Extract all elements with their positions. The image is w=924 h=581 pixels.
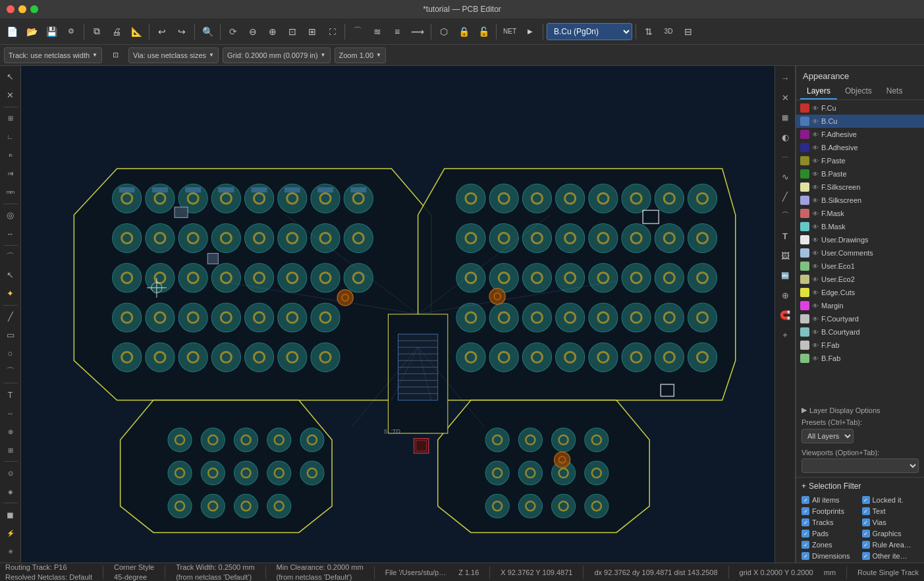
sf-checkbox[interactable]: ✓ <box>862 541 870 549</box>
pcm-btn[interactable]: ◈ <box>1 483 20 500</box>
presets-select[interactable]: All Layers <box>802 429 854 443</box>
rt-x-btn[interactable]: ✕ <box>776 88 794 107</box>
layer-visibility-toggle[interactable]: 👁 <box>812 355 819 362</box>
copy-button[interactable]: ⧉ <box>88 22 106 41</box>
layer-item-b-adhesive[interactable]: 👁B.Adhesive <box>796 141 924 154</box>
drc-button[interactable]: ▶ <box>521 22 539 41</box>
layer-visibility-toggle[interactable]: 👁 <box>812 236 819 244</box>
route-track-button[interactable]: ⌒ <box>348 22 367 41</box>
layer-item-f-fab[interactable]: 👁F.Fab <box>796 339 924 352</box>
sf-checkbox[interactable]: ✓ <box>862 507 870 515</box>
layer-item-b-silkscreen[interactable]: 👁B.Silkscreen <box>796 194 924 207</box>
sf-checkbox[interactable]: ✓ <box>802 541 809 549</box>
drc-tool-btn[interactable]: ⚡ <box>1 524 20 541</box>
layer-visibility-toggle[interactable]: 👁 <box>812 197 819 204</box>
sf-item-rule_areas[interactable]: ✓Rule Area… <box>861 540 921 550</box>
sf-item-text[interactable]: ✓Text <box>861 506 921 516</box>
via-size-dropdown[interactable]: Via: use netclass sizes ▼ <box>128 47 219 63</box>
draw-line-btn[interactable]: ╱ <box>1 308 20 325</box>
search-button[interactable]: 🔍 <box>198 22 217 41</box>
via-lock-button[interactable]: 🔒 <box>454 22 473 41</box>
layer-visibility-toggle[interactable]: 👁 <box>812 329 819 336</box>
layer-item-f-paste[interactable]: 👁F.Paste <box>796 154 924 167</box>
zoom-dropdown[interactable]: Zoom 1.00 ▼ <box>335 47 387 63</box>
add-footprint-btn[interactable]: ⊕ <box>1 423 20 440</box>
scripting-btn[interactable]: ⊙ <box>1 464 20 482</box>
highlight-tool-btn[interactable]: ✦ <box>1 285 20 302</box>
rt-magnet-btn[interactable]: 🧲 <box>776 306 794 324</box>
misc-btn[interactable]: ✳ <box>1 543 20 560</box>
layer-visibility-toggle[interactable]: 👁 <box>812 157 819 165</box>
layer-item-f-cu[interactable]: 👁F.Cu <box>796 101 924 115</box>
rt-appear-btn[interactable]: ◐ <box>776 128 794 146</box>
route-diff-button[interactable]: ≋ <box>368 22 387 41</box>
layer-display-options-btn[interactable]: ▶ Layer Display Options <box>796 403 924 416</box>
sf-checkbox[interactable]: ✓ <box>802 530 809 538</box>
sf-checkbox[interactable]: ✓ <box>802 552 809 560</box>
layer-item-f-courtyard[interactable]: 👁F.Courtyard <box>796 312 924 325</box>
layer-item-b-mask[interactable]: 👁B.Mask <box>796 220 924 233</box>
layer-item-f-mask[interactable]: 👁F.Mask <box>796 207 924 220</box>
grid-display-btn[interactable]: ⊞ <box>1 110 20 127</box>
rt-plus-btn[interactable]: + <box>776 325 794 344</box>
save-button[interactable]: 💾 <box>42 22 61 41</box>
undo-button[interactable]: ↩ <box>153 22 171 41</box>
escape-btn[interactable]: ✕ <box>1 87 20 104</box>
units-in-btn[interactable]: in <box>1 147 20 164</box>
sf-checkbox[interactable]: ✓ <box>802 518 809 526</box>
layer-item-b-paste[interactable]: 👁B.Paste <box>796 167 924 180</box>
rt-zoom-btn[interactable]: ⊕ <box>776 286 794 304</box>
zoom-full-button[interactable]: ⛶ <box>323 22 341 41</box>
tab-objects[interactable]: Objects <box>838 84 879 99</box>
maximize-button[interactable] <box>30 5 38 13</box>
diff-tune-button[interactable]: ⟿ <box>408 22 427 41</box>
layer-visibility-toggle[interactable]: 👁 <box>812 250 819 257</box>
add-text-btn[interactable]: T <box>1 386 20 403</box>
canvas-area[interactable]: SL:TD <box>21 66 775 563</box>
layer-item-edge-cuts[interactable]: 👁Edge.Cuts <box>796 286 924 299</box>
layer-visibility-toggle[interactable]: 👁 <box>812 223 819 231</box>
layer-item-user-comments[interactable]: 👁User.Comments <box>796 246 924 260</box>
measure-btn[interactable]: ↔ <box>1 225 20 242</box>
layer-item-f-adhesive[interactable]: 👁F.Adhesive <box>796 128 924 141</box>
track-icon-btn[interactable]: ⊡ <box>106 46 124 65</box>
route-tool-btn[interactable]: ⌒ <box>1 248 20 265</box>
layer-visibility-toggle[interactable]: 👁 <box>812 184 819 191</box>
layer-visibility-toggle[interactable]: 👁 <box>812 342 819 349</box>
sf-item-zones[interactable]: ✓Zones <box>800 540 860 550</box>
tab-nets[interactable]: Nets <box>880 84 910 99</box>
sf-item-other_items[interactable]: ✓Other ite… <box>861 551 921 561</box>
layer-visibility-toggle[interactable]: 👁 <box>812 105 819 112</box>
sf-item-dimensions[interactable]: ✓Dimensions <box>800 551 860 561</box>
layer-item-user-eco1[interactable]: 👁User.Eco1 <box>796 260 924 273</box>
sf-item-pads[interactable]: ✓Pads <box>800 528 860 539</box>
sf-item-footprints[interactable]: ✓Footprints <box>800 506 860 516</box>
layer-visibility-toggle[interactable]: 👁 <box>812 118 819 125</box>
units-mm-btn[interactable]: mm <box>1 184 20 201</box>
angle-ruler-btn[interactable]: ∟ <box>1 128 20 146</box>
draw-circle-btn[interactable]: ○ <box>1 345 20 362</box>
board-setup-button[interactable]: ⚙ <box>62 22 80 41</box>
flip-button[interactable]: ⇅ <box>639 22 658 41</box>
rt-image-btn[interactable]: 🖼 <box>776 246 794 265</box>
close-button[interactable] <box>7 5 14 13</box>
netinspect-button[interactable]: NET <box>500 22 520 41</box>
layer-visibility-toggle[interactable]: 👁 <box>812 210 819 217</box>
sf-checkbox[interactable]: ✓ <box>862 518 870 526</box>
pad-button[interactable]: ⬡ <box>435 22 453 41</box>
layer-item-f-silkscreen[interactable]: 👁F.Silkscreen <box>796 180 924 194</box>
lock-button[interactable]: 🔓 <box>474 22 493 41</box>
rt-arc-btn[interactable]: ⌒ <box>776 207 794 225</box>
zoom-in-button[interactable]: ⊕ <box>263 22 282 41</box>
add-dimension-btn[interactable]: ↔ <box>1 404 20 422</box>
layer-item-b-cu[interactable]: 👁B.Cu <box>796 115 924 128</box>
rt-dots-btn[interactable]: ⋯ <box>776 148 794 166</box>
extra-button[interactable]: ⊟ <box>679 22 697 41</box>
sf-item-locked_it[interactable]: ✓Locked it. <box>861 495 921 505</box>
sf-checkbox[interactable]: ✓ <box>862 496 870 504</box>
open-button[interactable]: 📂 <box>22 22 41 41</box>
rt-text-btn[interactable]: T <box>776 227 794 245</box>
sf-item-vias[interactable]: ✓Vias <box>861 517 921 528</box>
new-button[interactable]: 📄 <box>3 22 21 41</box>
track-width-dropdown[interactable]: Track: use netclass width ▼ <box>4 47 102 63</box>
